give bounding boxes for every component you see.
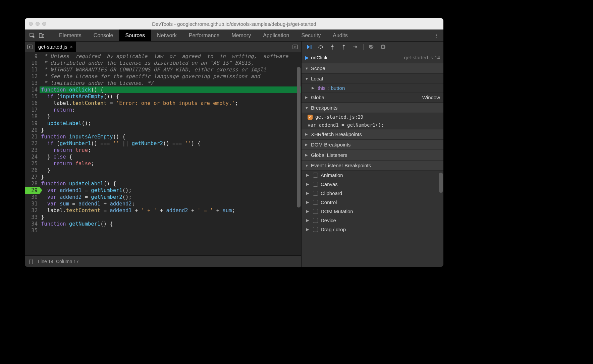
- line-number[interactable]: 23: [25, 147, 40, 154]
- global-listeners-header[interactable]: ▶ Global Listeners: [302, 150, 443, 160]
- code-line[interactable]: label.textContent = addend1 + ' + ' + ad…: [40, 207, 301, 214]
- breakpoints-section-header[interactable]: ▼ Breakpoints: [302, 103, 443, 113]
- line-number[interactable]: 28: [25, 180, 40, 187]
- line-number[interactable]: 31: [25, 200, 40, 207]
- panel-tab-application[interactable]: Application: [257, 29, 295, 41]
- zoom-window-button[interactable]: [42, 22, 46, 26]
- line-number[interactable]: 34: [25, 221, 40, 227]
- line-number[interactable]: 16: [25, 100, 40, 107]
- code-line[interactable]: label.textContent = 'Error: one or both …: [40, 100, 301, 107]
- line-number[interactable]: 18: [25, 113, 40, 120]
- close-icon[interactable]: ×: [70, 44, 73, 50]
- line-number[interactable]: 20: [25, 127, 40, 133]
- scope-local-header[interactable]: ▼ Local: [302, 73, 443, 84]
- line-number[interactable]: 29: [25, 187, 40, 194]
- titlebar[interactable]: DevTools - googlechrome.github.io/devtoo…: [25, 18, 443, 29]
- event-category-row[interactable]: ▶Drag / drop: [302, 225, 443, 234]
- code-line[interactable]: }: [40, 113, 301, 120]
- checkbox-icon[interactable]: [313, 191, 318, 196]
- code-line[interactable]: return false;: [40, 160, 301, 167]
- code-line[interactable]: function getNumber1() {: [40, 221, 301, 227]
- pretty-print-icon[interactable]: { }: [29, 259, 33, 264]
- event-category-row[interactable]: ▶DOM Mutation: [302, 207, 443, 216]
- code-line[interactable]: }: [40, 127, 301, 133]
- minimize-window-button[interactable]: [36, 22, 40, 26]
- line-gutter[interactable]: 9101112131415161718192021222324252627282…: [25, 52, 40, 255]
- panel-tab-performance[interactable]: Performance: [183, 29, 226, 41]
- code-line[interactable]: }: [40, 214, 301, 221]
- code-line[interactable]: * Unless required by applicable law or a…: [40, 53, 301, 60]
- code-line[interactable]: }: [40, 167, 301, 174]
- resume-icon[interactable]: [306, 44, 313, 50]
- panel-tab-memory[interactable]: Memory: [225, 29, 257, 41]
- pause-on-exceptions-icon[interactable]: [380, 44, 386, 50]
- sidebar-scrollbar[interactable]: [439, 172, 443, 265]
- scope-global-header[interactable]: ▶ Global Window: [302, 92, 443, 103]
- line-number[interactable]: 9: [25, 53, 40, 60]
- line-number[interactable]: 30: [25, 194, 40, 200]
- line-number[interactable]: 19: [25, 120, 40, 127]
- device-toggle-icon[interactable]: [38, 32, 46, 40]
- event-category-row[interactable]: ▶Animation: [302, 171, 443, 180]
- line-number[interactable]: 17: [25, 107, 40, 113]
- code-line[interactable]: updateLabel();: [40, 120, 301, 127]
- line-number[interactable]: 15: [25, 93, 40, 100]
- step-into-icon[interactable]: [329, 44, 336, 50]
- panel-tab-security[interactable]: Security: [295, 29, 327, 41]
- panel-tab-console[interactable]: Console: [88, 29, 119, 41]
- line-number[interactable]: 24: [25, 154, 40, 160]
- line-number[interactable]: 26: [25, 167, 40, 174]
- code-line[interactable]: return true;: [40, 147, 301, 154]
- event-category-row[interactable]: ▶Canvas: [302, 180, 443, 189]
- code-line[interactable]: if (getNumber1() === '' || getNumber2() …: [40, 140, 301, 147]
- event-category-row[interactable]: ▶Clipboard: [302, 189, 443, 198]
- breakpoint-row[interactable]: ✓ get-started.js:29: [302, 113, 443, 121]
- step-icon[interactable]: [352, 44, 359, 50]
- code-line[interactable]: var addend1 = getNumber1();: [40, 187, 301, 194]
- line-number[interactable]: 11: [25, 66, 40, 73]
- code-line[interactable]: } else {: [40, 154, 301, 160]
- checkbox-icon[interactable]: [313, 173, 318, 178]
- code-line[interactable]: * See the License for the specific langu…: [40, 73, 301, 80]
- checkbox-icon[interactable]: [313, 209, 318, 214]
- event-breakpoints-header[interactable]: ▼ Event Listener Breakpoints: [302, 160, 443, 171]
- panel-tab-audits[interactable]: Audits: [327, 29, 354, 41]
- event-category-row[interactable]: ▶Device: [302, 216, 443, 225]
- code-line[interactable]: function updateLabel() {: [40, 180, 301, 187]
- code-line[interactable]: var sum = addend1 + addend2;: [40, 200, 301, 207]
- line-number[interactable]: 14: [25, 86, 40, 93]
- line-number[interactable]: 32: [25, 207, 40, 214]
- panel-tab-elements[interactable]: Elements: [53, 29, 88, 41]
- line-number[interactable]: 10: [25, 60, 40, 66]
- event-category-row[interactable]: ▶Control: [302, 198, 443, 207]
- code-line[interactable]: * WITHOUT WARRANTIES OR CONDITIONS OF AN…: [40, 66, 301, 73]
- line-number[interactable]: 33: [25, 214, 40, 221]
- checkbox-icon[interactable]: [313, 218, 318, 223]
- scrollbar-thumb[interactable]: [439, 173, 443, 193]
- line-number[interactable]: 35: [25, 227, 40, 234]
- scrollbar-thumb[interactable]: [297, 67, 301, 207]
- line-number[interactable]: 21: [25, 133, 40, 140]
- checkbox-icon[interactable]: [313, 200, 318, 205]
- xhr-breakpoints-header[interactable]: ▶ XHR/fetch Breakpoints: [302, 129, 443, 139]
- code-line[interactable]: [40, 227, 301, 234]
- more-menu-icon[interactable]: ⋮: [429, 33, 443, 38]
- inspect-element-icon[interactable]: [28, 32, 36, 40]
- step-over-icon[interactable]: [318, 44, 324, 50]
- code-line[interactable]: }: [40, 174, 301, 180]
- dom-breakpoints-header[interactable]: ▶ DOM Breakpoints: [302, 139, 443, 150]
- panel-tab-sources[interactable]: Sources: [119, 29, 151, 41]
- checkbox-icon[interactable]: [313, 227, 318, 232]
- line-number[interactable]: 13: [25, 80, 40, 86]
- code-editor[interactable]: 9101112131415161718192021222324252627282…: [25, 52, 301, 255]
- line-number[interactable]: 25: [25, 160, 40, 167]
- scope-variable-row[interactable]: ▶ this: button: [302, 84, 443, 92]
- code-line[interactable]: return;: [40, 107, 301, 113]
- checkbox-icon[interactable]: [313, 182, 318, 187]
- panel-tab-network[interactable]: Network: [151, 29, 183, 41]
- file-tab[interactable]: get-started.js ×: [35, 42, 76, 52]
- navigator-toggle-icon[interactable]: [25, 44, 35, 50]
- deactivate-breakpoints-icon[interactable]: [368, 44, 375, 50]
- callstack-frame[interactable]: ▶ onClick get-started.js:14: [302, 52, 443, 63]
- code-line[interactable]: * distributed under the License is distr…: [40, 60, 301, 66]
